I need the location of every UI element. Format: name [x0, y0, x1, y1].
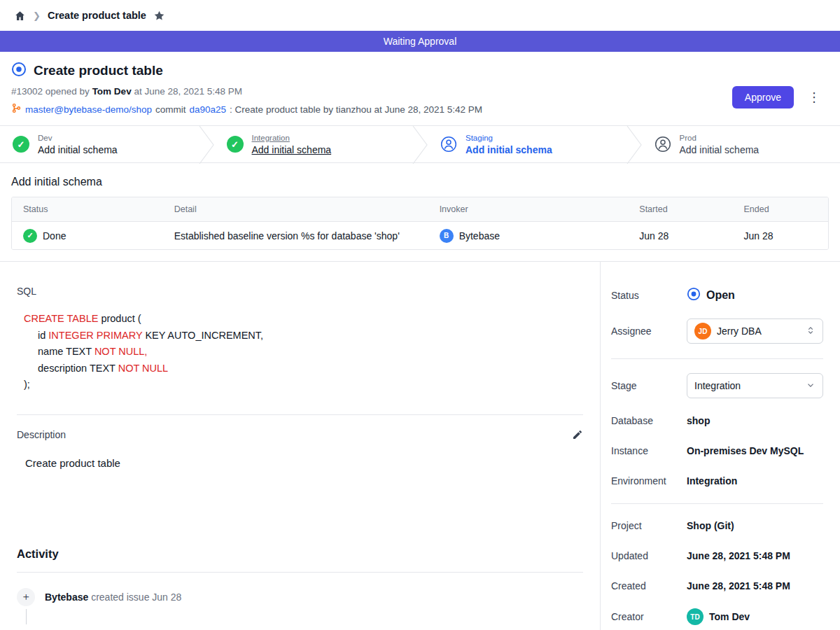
created-label: Created [611, 580, 687, 592]
description-label: Description [17, 429, 66, 440]
table-row[interactable]: ✓ Done Established baseline version %s f… [12, 221, 828, 249]
git-commit-message: : Create product table by tianzhou at Ju… [230, 104, 482, 115]
chevron-right-icon: ❯ [33, 10, 41, 21]
task-detail: Established baseline version %s for data… [163, 230, 428, 241]
stage-task-link[interactable]: Add initial schema [38, 144, 118, 155]
issue-detail-panel: SQL CREATE TABLE product ( id INTEGER PR… [0, 262, 601, 630]
issue-meta-prefix: #13002 opened by [11, 86, 90, 97]
task-table-header: Status Detail Invoker Started Ended [12, 197, 828, 221]
sql-label: SQL [17, 286, 583, 297]
creator-label: Creator [611, 611, 687, 622]
done-check-icon: ✓ [23, 229, 37, 243]
approval-banner: Waiting Approval [0, 31, 840, 52]
stage-row: Stage Integration [611, 373, 823, 398]
git-commit-link[interactable]: da90a25 [190, 104, 227, 115]
sql-text: KEY AUTO_INCREMENT, [142, 330, 263, 341]
edit-pencil-icon[interactable] [572, 429, 583, 440]
sql-text: product ( [98, 313, 141, 324]
stage-value: Integration [694, 380, 800, 391]
database-label: Database [611, 415, 687, 426]
issue-meta: #13002 opened by Tom Dev at June 28, 202… [11, 86, 482, 97]
task-started: Jun 28 [628, 230, 732, 241]
issue-sidebar: Status Open Assignee JD Jerry DBA Stage [601, 262, 840, 630]
sql-keyword: INTEGER PRIMARY [48, 330, 142, 341]
stage-label: Stage [611, 380, 687, 391]
activity-entry-text: Bytebase created issue Jun 28 [45, 592, 181, 603]
activity-title: Activity [17, 547, 583, 561]
column-detail: Detail [163, 204, 428, 214]
issue-title: Create product table [34, 63, 163, 78]
sql-statement: CREATE TABLE product ( id INTEGER PRIMAR… [24, 311, 583, 393]
instance-label: Instance [611, 445, 687, 456]
approval-banner-text: Waiting Approval [384, 36, 457, 47]
pipeline-stage-staging[interactable]: Staging Add initial schema [428, 126, 626, 162]
chevron-up-down-icon [806, 326, 816, 337]
stage-person-icon [654, 136, 671, 153]
issue-meta-suffix: at June 28, 2021 5:48 PM [134, 86, 242, 97]
stage-name: Integration [252, 134, 332, 142]
stage-pipeline: ✓ Dev Add initial schema ✓ Integration A… [0, 125, 840, 163]
status-label: Status [611, 290, 687, 301]
task-section-title: Add initial schema [11, 176, 829, 188]
chevron-down-icon [806, 380, 816, 392]
timeline-line [26, 609, 27, 624]
column-started: Started [628, 204, 732, 214]
invoker-avatar: B [440, 229, 454, 243]
git-commit-line: master@bytebase-demo/shop commit da90a25… [11, 103, 482, 115]
task-table: Status Detail Invoker Started Ended ✓ Do… [11, 197, 829, 250]
stage-task-link[interactable]: Add initial schema [252, 144, 332, 155]
stage-name: Staging [465, 134, 552, 142]
stage-select[interactable]: Integration [687, 373, 823, 398]
assignee-select[interactable]: JD Jerry DBA [687, 318, 823, 344]
git-commit-word: commit [155, 104, 186, 115]
star-icon[interactable] [153, 10, 165, 22]
approve-button[interactable]: Approve [732, 86, 794, 108]
stage-task-link[interactable]: Add initial schema [680, 144, 760, 155]
git-branch-icon [11, 103, 22, 115]
activity-action: created issue Jun 28 [91, 592, 181, 603]
column-ended: Ended [733, 204, 828, 214]
stage-done-icon: ✓ [227, 136, 244, 153]
issue-header: Create product table #13002 opened by To… [0, 52, 840, 125]
main-content: SQL CREATE TABLE product ( id INTEGER PR… [0, 261, 840, 630]
stage-person-icon [440, 136, 457, 153]
stage-name: Prod [680, 134, 760, 142]
activity-entry: ＋ Bytebase created issue Jun 28 [17, 588, 583, 624]
stage-task-link[interactable]: Add initial schema [465, 144, 552, 155]
column-status: Status [12, 204, 163, 214]
sql-keyword: NOT NULL [118, 363, 168, 374]
updated-label: Updated [611, 550, 687, 561]
task-invoker: Bytebase [459, 230, 500, 241]
instance-value: On-premises Dev MySQL [687, 445, 804, 456]
divider [17, 572, 583, 573]
sql-keyword: CREATE TABLE [24, 313, 98, 324]
pipeline-stage-dev[interactable]: ✓ Dev Add initial schema [0, 126, 199, 162]
task-ended: Jun 28 [733, 230, 828, 241]
git-branch-link[interactable]: master@bytebase-demo/shop [25, 104, 152, 115]
project-value: Shop (Git) [687, 520, 734, 531]
assignee-label: Assignee [611, 326, 687, 337]
pipeline-stage-integration[interactable]: ✓ Integration Add initial schema [214, 126, 413, 162]
created-row: Created June 28, 2021 5:48 PM [611, 578, 823, 594]
creator-avatar: TD [687, 608, 704, 625]
status-open-icon [687, 287, 701, 304]
divider [611, 358, 823, 359]
home-icon[interactable] [14, 10, 26, 22]
task-status: Done [43, 230, 66, 241]
status-value: Open [706, 289, 735, 302]
divider [17, 414, 583, 415]
database-value: shop [687, 415, 710, 426]
activity-actor: Bytebase [45, 592, 88, 603]
environment-row: Environment Integration [611, 473, 823, 489]
assignee-value: Jerry DBA [717, 326, 800, 337]
stage-done-icon: ✓ [13, 136, 29, 153]
sql-keyword: NOT NULL, [94, 346, 147, 357]
issue-header-left: Create product table #13002 opened by To… [11, 62, 482, 115]
database-row: Database shop [611, 413, 823, 428]
description-text[interactable]: Create product table [25, 457, 583, 469]
stage-separator [199, 126, 214, 162]
sql-text: description TEXT [38, 363, 118, 374]
environment-label: Environment [611, 475, 687, 486]
kebab-menu-icon[interactable]: ⋮ [805, 90, 823, 105]
pipeline-stage-prod[interactable]: Prod Add initial schema [642, 126, 840, 162]
